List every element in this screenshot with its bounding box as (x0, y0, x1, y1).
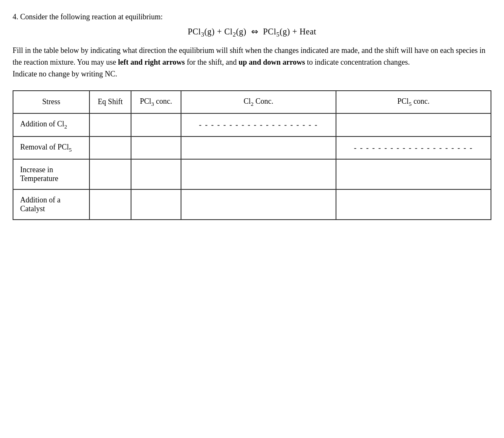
cl2-conc-cell-1: - - - - - - - - - - - - - - - - - - - - (181, 113, 336, 136)
col-header-pcl3: PCl3 conc. (131, 91, 181, 114)
pcl5-conc-cell-1[interactable] (336, 113, 491, 136)
stress-removal-pcl5: Removal of PCl5 (13, 136, 89, 160)
cl2-conc-cell-3[interactable] (181, 159, 336, 189)
pcl3-conc-cell-1[interactable] (131, 113, 181, 136)
dashes-pcl5-row2: - - - - - - - - - - - - - - - - - - - - (354, 144, 473, 152)
stress-increase-temp: Increase inTemperature (13, 159, 89, 189)
description: Fill in the table below by indicating wh… (13, 45, 491, 80)
question-number: 4. Consider the following reaction at eq… (13, 13, 491, 21)
bold-arrows-text: left and right arrows (118, 58, 185, 66)
col-header-pcl5: PCl5 conc. (336, 91, 491, 114)
col-header-stress: Stress (13, 91, 89, 114)
table-row: Increase inTemperature (13, 159, 491, 189)
pcl3-conc-cell-4[interactable] (131, 189, 181, 220)
pcl3-conc-cell-2[interactable] (131, 136, 181, 160)
reaction-equation: PCl3(g) + Cl2(g) ⇔ PCl5(g) + Heat (13, 26, 491, 38)
pcl5-conc-cell-2: - - - - - - - - - - - - - - - - - - - - (336, 136, 491, 160)
table-row: Removal of PCl5 - - - - - - - - - - - - … (13, 136, 491, 160)
cl2-conc-cell-2[interactable] (181, 136, 336, 160)
eq-shift-cell-2[interactable] (89, 136, 131, 160)
stress-addition-cl2: Addition of Cl2 (13, 113, 89, 136)
pcl5-conc-cell-3[interactable] (336, 159, 491, 189)
cl2-conc-cell-4[interactable] (181, 189, 336, 220)
col-header-cl2: Cl2 Conc. (181, 91, 336, 114)
bold-updown-text: up and down arrows (239, 58, 305, 66)
equilibrium-table: Stress Eq Shift PCl3 conc. Cl2 Conc. PCl… (13, 90, 491, 220)
eq-shift-cell-3[interactable] (89, 159, 131, 189)
question-container: 4. Consider the following reaction at eq… (13, 13, 491, 220)
pcl3-conc-cell-3[interactable] (131, 159, 181, 189)
eq-shift-cell-4[interactable] (89, 189, 131, 220)
table-header-row: Stress Eq Shift PCl3 conc. Cl2 Conc. PCl… (13, 91, 491, 114)
dashes-cl2-row1: - - - - - - - - - - - - - - - - - - - - (199, 121, 318, 129)
stress-addition-catalyst: Addition of aCatalyst (13, 189, 89, 220)
table-row: Addition of aCatalyst (13, 189, 491, 220)
eq-shift-cell-1[interactable] (89, 113, 131, 136)
table-row: Addition of Cl2 - - - - - - - - - - - - … (13, 113, 491, 136)
col-header-eq-shift: Eq Shift (89, 91, 131, 114)
pcl5-conc-cell-4[interactable] (336, 189, 491, 220)
